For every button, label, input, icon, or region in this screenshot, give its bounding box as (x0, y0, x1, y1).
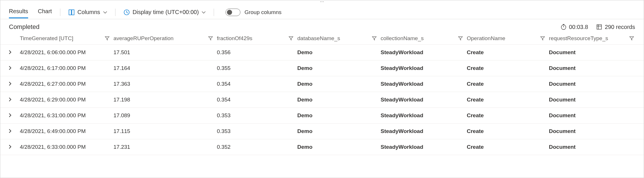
col-db-label: databaseName_s (297, 35, 340, 42)
expand-row[interactable] (8, 65, 12, 71)
cell-coll: SteadyWorkload (381, 128, 467, 134)
cell-fraction: 0.352 (217, 144, 297, 150)
separator (115, 9, 115, 16)
cell-fraction: 0.354 (217, 81, 297, 87)
filter-icon[interactable] (372, 36, 377, 41)
cell-fraction: 0.354 (217, 97, 297, 103)
more-options[interactable]: ⋯ (0, 0, 644, 3)
table-header: TimeGenerated [UTC] averageRUPerOperatio… (0, 34, 644, 45)
filter-icon[interactable] (289, 36, 293, 41)
cell-res: Document (549, 128, 638, 134)
expand-row[interactable] (8, 112, 12, 119)
cell-op: Create (467, 97, 549, 103)
cell-db: Demo (297, 112, 381, 119)
col-res[interactable]: requestResourceType_s (549, 35, 638, 42)
chevron-down-icon (103, 11, 107, 14)
col-op[interactable]: OperationName (467, 35, 549, 42)
cell-op: Create (467, 144, 549, 150)
chevron-right-icon (8, 129, 12, 133)
expand-row[interactable] (8, 97, 12, 103)
table-body: 4/28/2021, 6:06:00.000 PM17.5010.356Demo… (0, 45, 644, 155)
columns-label: Columns (78, 9, 100, 15)
chevron-right-icon (8, 145, 12, 149)
toggle-knob (227, 10, 232, 15)
chevron-right-icon (8, 82, 12, 86)
group-columns-label: Group columns (244, 9, 281, 15)
cell-fraction: 0.355 (217, 65, 297, 71)
svg-rect-1 (72, 10, 74, 15)
cell-op: Create (467, 49, 549, 56)
display-time-button[interactable]: Display time (UTC+00:00) (124, 9, 206, 15)
cell-avgru: 17.198 (113, 97, 217, 103)
col-fraction-label: fractionOf429s (217, 35, 252, 42)
filter-icon[interactable] (208, 36, 213, 41)
expand-row[interactable] (8, 81, 12, 87)
elapsed-stat: 00:03.8 (560, 24, 588, 30)
cell-time: 4/28/2021, 6:17:00.000 PM (20, 65, 113, 71)
col-time[interactable]: TimeGenerated [UTC] (20, 35, 113, 42)
cell-coll: SteadyWorkload (381, 65, 467, 71)
cell-coll: SteadyWorkload (381, 97, 467, 103)
col-op-label: OperationName (467, 35, 505, 42)
tab-chart[interactable]: Chart (38, 6, 52, 18)
cell-time: 4/28/2021, 6:33:00.000 PM (20, 144, 113, 150)
cell-db: Demo (297, 128, 381, 134)
cell-db: Demo (297, 81, 381, 87)
separator (60, 9, 60, 16)
group-columns-toggle-wrap: Group columns (225, 9, 281, 16)
cell-fraction: 0.356 (217, 49, 297, 56)
cell-avgru: 17.164 (113, 65, 217, 71)
cell-op: Create (467, 65, 549, 71)
expand-row[interactable] (8, 144, 12, 150)
chevron-right-icon (8, 113, 12, 117)
cell-coll: SteadyWorkload (381, 112, 467, 119)
col-fraction[interactable]: fractionOf429s (217, 35, 297, 42)
toolbar: Results Chart Columns Display time (UTC+… (0, 3, 644, 19)
cell-op: Create (467, 81, 549, 87)
chevron-right-icon (8, 97, 12, 101)
cell-time: 4/28/2021, 6:29:00.000 PM (20, 97, 113, 103)
cell-op: Create (467, 112, 549, 119)
clock-icon (124, 9, 130, 15)
cell-res: Document (549, 49, 638, 56)
col-coll[interactable]: collectionName_s (381, 35, 467, 42)
filter-icon[interactable] (540, 36, 545, 41)
filter-icon[interactable] (458, 36, 463, 41)
records-icon (596, 24, 602, 30)
cell-time: 4/28/2021, 6:49:00.000 PM (20, 128, 113, 134)
display-time-label: Display time (UTC+00:00) (133, 9, 199, 15)
filter-icon[interactable] (105, 36, 109, 41)
group-columns-toggle[interactable] (225, 9, 240, 16)
col-avgru[interactable]: averageRUPerOperation (113, 35, 217, 42)
table-row: 4/28/2021, 6:31:00.000 PM17.0890.353Demo… (0, 108, 644, 124)
cell-db: Demo (297, 65, 381, 71)
col-res-label: requestResourceType_s (549, 35, 608, 42)
tab-results[interactable]: Results (9, 6, 28, 18)
col-avgru-label: averageRUPerOperation (113, 35, 173, 42)
cell-avgru: 17.363 (113, 81, 217, 87)
expand-row[interactable] (8, 49, 12, 56)
col-db[interactable]: databaseName_s (297, 35, 381, 42)
svg-rect-0 (69, 10, 71, 15)
col-coll-label: collectionName_s (381, 35, 424, 42)
cell-avgru: 17.115 (113, 128, 217, 134)
cell-db: Demo (297, 144, 381, 150)
table-row: 4/28/2021, 6:17:00.000 PM17.1640.355Demo… (0, 60, 644, 76)
cell-avgru: 17.089 (113, 112, 217, 119)
cell-time: 4/28/2021, 6:31:00.000 PM (20, 112, 113, 119)
stopwatch-icon (560, 24, 567, 30)
tabs: Results Chart (9, 5, 52, 19)
cell-res: Document (549, 144, 638, 150)
filter-icon[interactable] (629, 36, 634, 41)
cell-coll: SteadyWorkload (381, 49, 467, 56)
table-row: 4/28/2021, 6:49:00.000 PM17.1150.353Demo… (0, 124, 644, 139)
cell-avgru: 17.231 (113, 144, 217, 150)
cell-res: Document (549, 81, 638, 87)
cell-time: 4/28/2021, 6:27:00.000 PM (20, 81, 113, 87)
expand-row[interactable] (8, 128, 12, 134)
results-table: TimeGenerated [UTC] averageRUPerOperatio… (0, 34, 644, 155)
columns-button[interactable]: Columns (68, 9, 107, 15)
table-row: 4/28/2021, 6:33:00.000 PM17.2310.352Demo… (0, 139, 644, 155)
cell-coll: SteadyWorkload (381, 144, 467, 150)
svg-rect-4 (597, 25, 601, 29)
